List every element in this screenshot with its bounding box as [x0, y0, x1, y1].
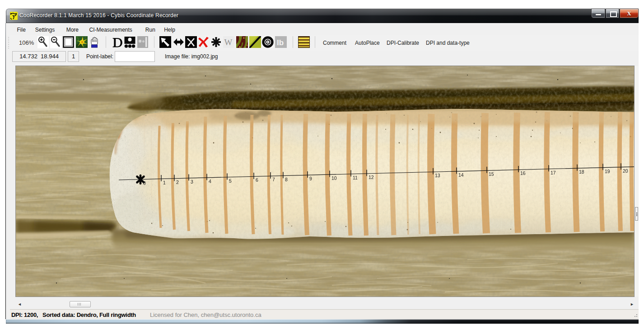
svg-text:17: 17: [551, 170, 556, 175]
svg-text:12: 12: [369, 174, 374, 180]
svg-text:18: 18: [579, 169, 584, 174]
svg-text:15: 15: [489, 171, 494, 177]
svg-text:11: 11: [353, 175, 358, 180]
svg-text:5: 5: [229, 178, 232, 184]
svg-text:13: 13: [435, 173, 440, 178]
svg-text:6: 6: [256, 177, 258, 183]
svg-text:8: 8: [285, 177, 288, 182]
svg-text:lb: lb: [277, 38, 284, 47]
svg-text:19: 19: [605, 169, 610, 174]
svg-text:4: 4: [209, 179, 211, 184]
svg-text:0: 0: [143, 180, 146, 186]
svg-text:7: 7: [272, 177, 275, 182]
svg-text:10: 10: [331, 175, 337, 181]
svg-text:2: 2: [176, 179, 179, 185]
svg-text:14: 14: [458, 172, 464, 178]
svg-text:20: 20: [623, 168, 628, 174]
svg-text:16: 16: [520, 170, 526, 176]
svg-text:W: W: [224, 38, 233, 47]
svg-text:1: 1: [163, 180, 166, 185]
svg-text:3: 3: [191, 179, 193, 184]
svg-text:9: 9: [309, 176, 312, 181]
